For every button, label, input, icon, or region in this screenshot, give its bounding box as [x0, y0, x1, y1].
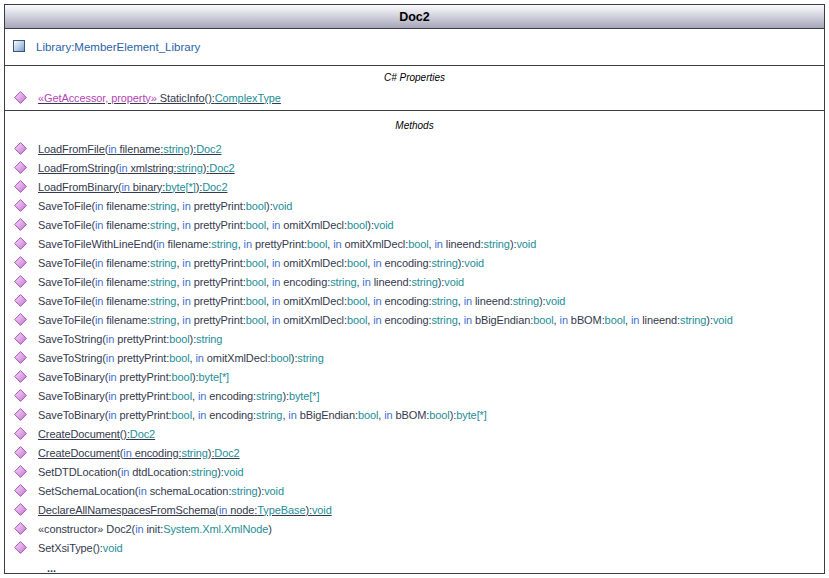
diamond-operation-icon [14, 91, 27, 104]
method-row[interactable]: «constructor» Doc2(in init:System.Xml.Xm… [5, 519, 824, 538]
method-row[interactable]: SaveToString(in prettyPrint:bool, in omi… [5, 348, 824, 367]
member-signature: SaveToString(in prettyPrint:bool):string [38, 333, 222, 345]
method-row[interactable]: SetSchemaLocation(in schemaLocation:stri… [5, 481, 824, 500]
method-row[interactable]: SaveToFile(in filename:string, in pretty… [5, 310, 824, 329]
diamond-operation-icon [14, 541, 27, 554]
member-signature: «GetAccessor, property» StaticInfo():Com… [38, 92, 281, 104]
member-signature: SaveToFile(in filename:string, in pretty… [38, 200, 292, 212]
class-title: Doc2 [399, 10, 430, 24]
member-signature: SaveToFile(in filename:string, in pretty… [38, 276, 464, 288]
methods-section-label: Methods [5, 111, 824, 139]
class-title-bar[interactable]: Doc2 [5, 5, 824, 29]
method-row[interactable]: DeclareAllNamespacesFromSchema(in node:T… [5, 500, 824, 519]
diamond-operation-icon [14, 370, 27, 383]
method-row[interactable]: SetXsiType():void [5, 538, 824, 557]
diamond-operation-icon [14, 237, 27, 250]
method-row[interactable]: SetDTDLocation(in dtdLocation:string):vo… [5, 462, 824, 481]
diamond-operation-icon [14, 427, 27, 440]
member-signature: DeclareAllNamespacesFromSchema(in node:T… [38, 504, 332, 516]
diamond-operation-icon [14, 503, 27, 516]
package-icon [13, 38, 25, 56]
method-row[interactable]: SaveToFile(in filename:string, in pretty… [5, 196, 824, 215]
member-signature: SetXsiType():void [38, 542, 123, 554]
method-row[interactable]: SaveToFile(in filename:string, in pretty… [5, 272, 824, 291]
properties-compartment: C# Properties «GetAccessor, property» St… [5, 66, 824, 111]
member-signature: LoadFromString(in xmlstring:string):Doc2 [38, 162, 235, 174]
member-signature: SetDTDLocation(in dtdLocation:string):vo… [38, 466, 244, 478]
member-signature: SaveToFile(in filename:string, in pretty… [38, 314, 733, 326]
diamond-operation-icon [14, 389, 27, 402]
diamond-operation-icon [14, 218, 27, 231]
member-signature: CreateDocument(in encoding:string):Doc2 [38, 447, 240, 459]
member-signature: SaveToFileWithLineEnd(in filename:string… [38, 238, 536, 250]
property-row[interactable]: «GetAccessor, property» StaticInfo():Com… [5, 88, 824, 107]
diamond-operation-icon [14, 313, 27, 326]
diamond-operation-icon [14, 180, 27, 193]
method-rows: LoadFromFile(in filename:string):Doc2Loa… [5, 139, 824, 557]
diamond-operation-icon [14, 408, 27, 421]
uml-class-box-doc2[interactable]: Doc2 Library:MemberElement_Library C# Pr… [4, 4, 825, 574]
member-signature: SaveToFile(in filename:string, in pretty… [38, 219, 394, 231]
member-signature: SaveToFile(in filename:string, in pretty… [38, 257, 484, 269]
method-row[interactable]: LoadFromBinary(in binary:byte[*]):Doc2 [5, 177, 824, 196]
method-row[interactable]: SaveToFileWithLineEnd(in filename:string… [5, 234, 824, 253]
properties-section-label: C# Properties [5, 66, 824, 88]
method-row[interactable]: SaveToBinary(in prettyPrint:bool, in enc… [5, 386, 824, 405]
more-members-row[interactable]: ... [5, 559, 824, 574]
member-signature: SaveToString(in prettyPrint:bool, in omi… [38, 352, 324, 364]
diamond-operation-icon [14, 351, 27, 364]
diamond-operation-icon [14, 446, 27, 459]
diamond-operation-icon [14, 465, 27, 478]
properties-rows: «GetAccessor, property» StaticInfo():Com… [5, 88, 824, 107]
method-row[interactable]: CreateDocument():Doc2 [5, 424, 824, 443]
member-signature: SaveToFile(in filename:string, in pretty… [38, 295, 565, 307]
method-row[interactable]: LoadFromFile(in filename:string):Doc2 [5, 139, 824, 158]
diamond-operation-icon [14, 199, 27, 212]
member-signature: SaveToBinary(in prettyPrint:bool, in enc… [38, 409, 487, 421]
ellipsis-label: ... [47, 562, 56, 574]
library-label[interactable]: Library:MemberElement_Library [36, 41, 200, 53]
diamond-operation-icon [14, 332, 27, 345]
member-signature: «constructor» Doc2(in init:System.Xml.Xm… [38, 523, 272, 535]
member-signature: SaveToBinary(in prettyPrint:bool):byte[*… [38, 371, 229, 383]
diamond-operation-icon [14, 275, 27, 288]
member-signature: SaveToBinary(in prettyPrint:bool, in enc… [38, 390, 319, 402]
member-signature: LoadFromBinary(in binary:byte[*]):Doc2 [38, 181, 227, 193]
diamond-operation-icon [14, 256, 27, 269]
method-row[interactable]: SaveToFile(in filename:string, in pretty… [5, 291, 824, 310]
method-row[interactable]: SaveToBinary(in prettyPrint:bool, in enc… [5, 405, 824, 424]
method-row[interactable]: SaveToFile(in filename:string, in pretty… [5, 253, 824, 272]
diamond-operation-icon [14, 522, 27, 535]
diagram-canvas: Doc2 Library:MemberElement_Library C# Pr… [0, 0, 829, 578]
diamond-operation-icon [14, 484, 27, 497]
method-row[interactable]: LoadFromString(in xmlstring:string):Doc2 [5, 158, 824, 177]
member-signature: LoadFromFile(in filename:string):Doc2 [38, 143, 221, 155]
diamond-operation-icon [14, 294, 27, 307]
diamond-operation-icon [14, 161, 27, 174]
diamond-operation-icon [14, 142, 27, 155]
methods-compartment: Methods LoadFromFile(in filename:string)… [5, 111, 824, 574]
method-row[interactable]: CreateDocument(in encoding:string):Doc2 [5, 443, 824, 462]
method-row[interactable]: SaveToFile(in filename:string, in pretty… [5, 215, 824, 234]
library-compartment: Library:MemberElement_Library [5, 29, 824, 66]
method-row[interactable]: SaveToString(in prettyPrint:bool):string [5, 329, 824, 348]
member-signature: CreateDocument():Doc2 [38, 428, 155, 440]
method-row[interactable]: SaveToBinary(in prettyPrint:bool):byte[*… [5, 367, 824, 386]
member-signature: SetSchemaLocation(in schemaLocation:stri… [38, 485, 284, 497]
